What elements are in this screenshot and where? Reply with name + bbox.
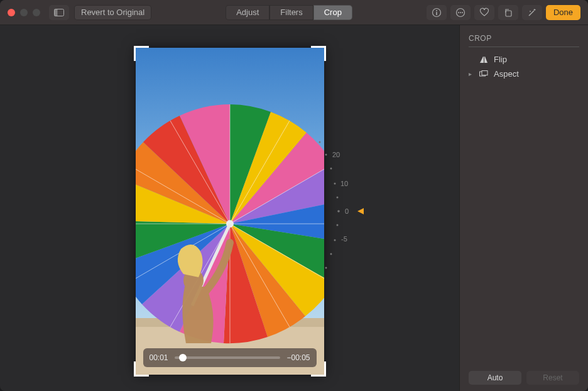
crop-frame[interactable]: 00:01 −00:05 bbox=[136, 48, 324, 375]
tab-label: Filters bbox=[280, 8, 302, 17]
scrubber-thumb[interactable] bbox=[179, 354, 187, 361]
edit-mode-tabs: Adjust Filters Crop bbox=[226, 5, 352, 20]
flip-item[interactable]: Flip bbox=[469, 52, 579, 67]
revert-label: Revert to Original bbox=[81, 8, 144, 17]
svg-rect-9 bbox=[506, 11, 511, 16]
svg-rect-4 bbox=[436, 12, 437, 15]
reset-label: Reset bbox=[543, 373, 562, 382]
svg-point-7 bbox=[460, 12, 461, 13]
titlebar: Revert to Original Adjust Filters Crop bbox=[0, 0, 588, 25]
sidebar-spacer bbox=[469, 81, 579, 371]
favorite-button[interactable] bbox=[474, 5, 494, 20]
done-button[interactable]: Done bbox=[546, 5, 580, 20]
reset-button[interactable]: Reset bbox=[526, 371, 579, 385]
heart-icon bbox=[479, 8, 489, 18]
svg-point-3 bbox=[436, 10, 437, 11]
rotate-dial-svg: 20 10 0 -5 bbox=[296, 129, 371, 293]
auto-label: Auto bbox=[487, 373, 503, 382]
right-toolbar: Done bbox=[427, 5, 580, 20]
tab-label: Adjust bbox=[236, 8, 259, 17]
svg-point-31 bbox=[330, 168, 332, 170]
aspect-icon bbox=[479, 70, 489, 78]
svg-point-36 bbox=[334, 240, 335, 241]
crop-handle-top-left[interactable] bbox=[134, 46, 149, 61]
dial-tick-label: -5 bbox=[341, 235, 347, 243]
svg-point-37 bbox=[330, 253, 332, 255]
minimize-window-button[interactable] bbox=[20, 9, 28, 16]
svg-point-32 bbox=[334, 183, 335, 185]
dial-tick-label: 10 bbox=[340, 180, 348, 187]
info-icon bbox=[432, 8, 442, 18]
revert-button[interactable]: Revert to Original bbox=[74, 5, 151, 20]
flip-icon bbox=[479, 56, 489, 63]
sidebar-footer: Auto Reset bbox=[469, 371, 579, 385]
svg-point-33 bbox=[336, 197, 338, 199]
sidebar-title: CROP bbox=[469, 34, 579, 47]
rotate-dial[interactable]: 20 10 0 -5 bbox=[296, 129, 371, 293]
more-button[interactable] bbox=[450, 5, 471, 20]
auto-button[interactable]: Auto bbox=[469, 371, 521, 385]
auto-enhance-button[interactable] bbox=[522, 5, 542, 20]
svg-point-8 bbox=[462, 12, 463, 13]
tab-label: Crop bbox=[324, 8, 342, 17]
rotate-button[interactable] bbox=[498, 5, 518, 20]
chevron-right-icon: ▸ bbox=[469, 70, 474, 77]
ellipsis-icon bbox=[455, 8, 466, 18]
svg-point-29 bbox=[318, 141, 320, 143]
sidebar-icon bbox=[54, 9, 64, 16]
sidebar-toggle-button[interactable] bbox=[49, 5, 69, 20]
fullscreen-window-button[interactable] bbox=[33, 9, 40, 16]
canvas-area: 00:01 −00:05 bbox=[0, 25, 459, 391]
dial-tick-label: 0 bbox=[345, 207, 349, 215]
flip-label: Flip bbox=[494, 55, 507, 64]
close-window-button[interactable] bbox=[8, 9, 15, 16]
remaining-time: −00:05 bbox=[286, 353, 310, 362]
crop-sidebar: CROP Flip ▸ Aspect bbox=[459, 25, 588, 391]
tab-adjust[interactable]: Adjust bbox=[226, 5, 270, 20]
rotate-icon bbox=[503, 8, 513, 18]
svg-point-6 bbox=[458, 12, 459, 13]
content-area: 00:01 −00:05 bbox=[0, 25, 588, 391]
wand-icon bbox=[527, 8, 537, 18]
svg-point-30 bbox=[325, 154, 327, 156]
dial-tick-label: 20 bbox=[332, 151, 340, 158]
aspect-item[interactable]: ▸ Aspect bbox=[469, 67, 579, 81]
info-button[interactable] bbox=[427, 5, 447, 20]
svg-rect-41 bbox=[482, 70, 487, 75]
tab-crop[interactable]: Crop bbox=[313, 5, 352, 20]
photos-edit-window: Revert to Original Adjust Filters Crop bbox=[0, 0, 588, 391]
done-label: Done bbox=[553, 8, 573, 17]
video-scrubber[interactable]: 00:01 −00:05 bbox=[143, 348, 317, 367]
elapsed-time: 00:01 bbox=[150, 353, 168, 362]
svg-point-35 bbox=[336, 224, 338, 226]
svg-marker-39 bbox=[357, 208, 364, 214]
crop-handle-top-right[interactable] bbox=[311, 46, 326, 61]
svg-point-34 bbox=[337, 210, 340, 212]
scrubber-track[interactable] bbox=[175, 356, 281, 359]
tab-filters[interactable]: Filters bbox=[270, 5, 313, 20]
svg-rect-1 bbox=[55, 9, 58, 16]
window-controls bbox=[8, 9, 40, 16]
aspect-label: Aspect bbox=[494, 69, 519, 79]
svg-point-38 bbox=[325, 267, 327, 269]
